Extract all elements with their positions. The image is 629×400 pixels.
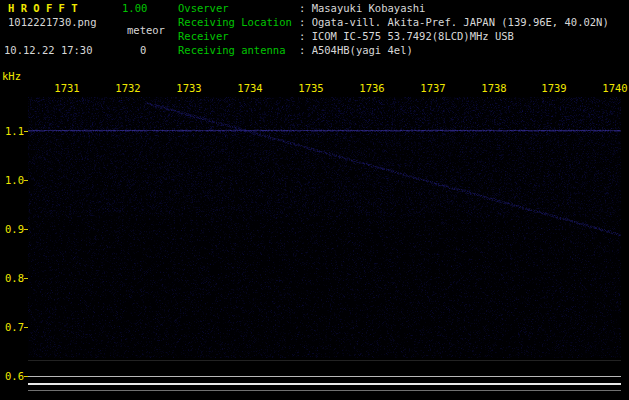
freq-label: 1.1 bbox=[0, 125, 24, 138]
signal-level-line bbox=[28, 390, 621, 391]
signal-level-line bbox=[28, 383, 621, 385]
spectrogram-canvas bbox=[28, 97, 621, 358]
mode-label: meteor bbox=[127, 24, 165, 37]
meteor-count: 0 bbox=[140, 44, 146, 57]
time-label: 1733 bbox=[176, 82, 201, 95]
time-label: 1735 bbox=[298, 82, 323, 95]
info-label: Receiving antenna bbox=[178, 44, 299, 57]
signal-level-line bbox=[28, 376, 621, 377]
freq-label: 0.9 bbox=[0, 223, 24, 236]
time-label: 1734 bbox=[237, 82, 262, 95]
time-label: 1731 bbox=[54, 82, 79, 95]
info-value: : A504HB(yagi 4el) bbox=[299, 44, 413, 57]
time-label: 1737 bbox=[420, 82, 445, 95]
freq-label: 0.8 bbox=[0, 272, 24, 285]
app-version: 1.00 bbox=[122, 2, 147, 15]
hrofft-screen: H R O F F T 1.00 1012221730.png meteor 1… bbox=[0, 0, 629, 400]
freq-label: 0.6 bbox=[0, 370, 24, 383]
app-title: H R O F F T bbox=[8, 2, 78, 15]
freq-label: 0.7 bbox=[0, 321, 24, 334]
info-row-location: Receiving Location: Ogata-vill. Akita-Pr… bbox=[178, 16, 609, 29]
signal-strip-top-line bbox=[28, 360, 621, 361]
output-filename: 1012221730.png bbox=[8, 16, 97, 29]
y-axis-unit-label: kHz bbox=[2, 70, 21, 83]
freq-label: 1.0 bbox=[0, 174, 24, 187]
time-label: 1740 bbox=[602, 82, 627, 95]
datetime-label: 10.12.22 17:30 bbox=[4, 44, 93, 57]
time-label: 1739 bbox=[541, 82, 566, 95]
info-row-observer: Ovserver: Masayuki Kobayashi bbox=[178, 2, 425, 15]
info-value: : Ogata-vill. Akita-Pref. JAPAN (139.96E… bbox=[299, 16, 609, 29]
info-value: : Masayuki Kobayashi bbox=[299, 2, 425, 15]
time-label: 1736 bbox=[359, 82, 384, 95]
time-label: 1738 bbox=[481, 82, 506, 95]
info-value: : ICOM IC-575 53.7492(8LCD)MHz USB bbox=[299, 30, 514, 43]
time-label: 1732 bbox=[115, 82, 140, 95]
info-label: Receiver bbox=[178, 30, 299, 43]
info-row-antenna: Receiving antenna: A504HB(yagi 4el) bbox=[178, 44, 413, 57]
info-label: Receiving Location bbox=[178, 16, 299, 29]
info-label: Ovserver bbox=[178, 2, 299, 15]
info-row-receiver: Receiver: ICOM IC-575 53.7492(8LCD)MHz U… bbox=[178, 30, 514, 43]
